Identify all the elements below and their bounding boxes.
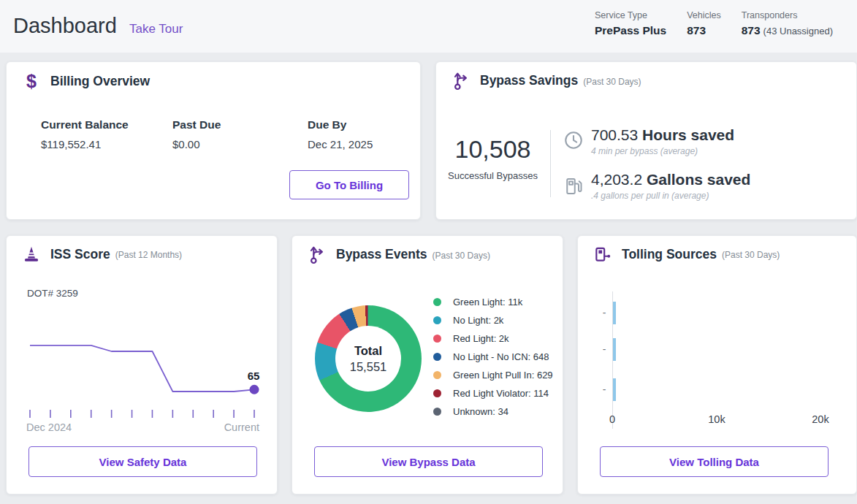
vertical-divider: [550, 130, 551, 197]
hours-saved-value: 700.53: [591, 126, 638, 143]
route-split-icon: [307, 245, 327, 264]
field-value: Dec 21, 2025: [308, 138, 373, 150]
stat-vehicles: Vehicles 873: [687, 10, 721, 37]
go-to-billing-button[interactable]: Go To Billing: [289, 170, 409, 199]
top-header: Dashboard Take Tour Service Type PrePass…: [0, 0, 857, 53]
legend-item[interactable]: Green Light: 11k: [433, 293, 553, 311]
bypass-legend: Green Light: 11k No Light: 2k Red Light:…: [433, 293, 553, 421]
dot-number-label: DOT# 3259: [27, 288, 78, 299]
page-title: Dashboard: [13, 14, 117, 38]
svg-text:Dec 2024: Dec 2024: [26, 421, 72, 433]
legend-item[interactable]: No Light - No ICN: 648: [433, 348, 553, 366]
events-card-header: Bypass Events (Past 30 Days): [307, 245, 490, 264]
stat-value: 873: [687, 24, 721, 37]
dollar-icon: $: [21, 71, 42, 92]
iss-card-header: ISS Score (Past 12 Months): [21, 245, 182, 264]
tolling-bar: [613, 302, 616, 324]
donut-total-value: 15,551: [350, 360, 386, 374]
legend-label: Red Light: 2k: [453, 333, 509, 344]
legend-label: Green Light: 11k: [453, 297, 522, 308]
iss-score-card: ISS Score (Past 12 Months) DOT# 3259 65D…: [6, 235, 278, 495]
donut-center: Total 15,551: [335, 326, 401, 392]
successful-bypasses-count: 10,508: [436, 135, 549, 164]
events-card-title: Bypass Events: [336, 247, 427, 262]
bypass-donut: Total 15,551: [315, 305, 422, 412]
legend-label: Green Light Pull In: 629: [453, 370, 553, 381]
take-tour-link[interactable]: Take Tour: [129, 22, 183, 37]
iss-card-period: (Past 12 Months): [115, 250, 182, 260]
tolling-bar: [613, 378, 616, 401]
stat-value-number: 873: [742, 24, 761, 37]
legend-dot: [433, 316, 441, 324]
billing-overview-card: $ Billing Overview Current Balance $119,…: [6, 61, 421, 220]
route-split-icon: [451, 71, 471, 91]
stat-value: PrePass Plus: [595, 24, 666, 37]
stat-service-type: Service Type PrePass Plus: [595, 10, 666, 37]
hours-saved-line: 700.53 Hours saved: [591, 126, 734, 144]
legend-item[interactable]: Unknown: 34: [433, 402, 553, 421]
legend-label: No Light: 2k: [453, 315, 503, 326]
field-label: Past Due: [172, 118, 221, 131]
traffic-cone-icon: [21, 245, 42, 264]
donut-total-label: Total: [354, 344, 382, 358]
bypass-savings-card: Bypass Savings (Past 30 Days) 10,508 Suc…: [435, 61, 857, 220]
stat-transponders: Transponders 873(43 Unassigned): [742, 10, 833, 37]
stat-label: Vehicles: [687, 10, 721, 20]
billing-past-due: Past Due $0.00: [172, 118, 221, 150]
legend-item[interactable]: Green Light Pull In: 629: [433, 366, 553, 384]
hours-saved-label: Hours saved: [642, 126, 734, 143]
legend-dot: [433, 408, 441, 416]
dashboard-page: Dashboard Take Tour Service Type PrePass…: [0, 0, 857, 504]
view-tolling-data-button[interactable]: View Tolling Data: [600, 446, 829, 477]
legend-dot: [433, 335, 441, 343]
field-value: $0.00: [172, 138, 221, 150]
legend-dot: [433, 389, 441, 397]
stat-value-suffix: (43 Unassigned): [763, 26, 833, 37]
x-axis-tick-label: 10k: [708, 413, 725, 425]
legend-label: Unknown: 34: [453, 406, 509, 417]
clock-icon: [563, 130, 584, 150]
stat-value: 873(43 Unassigned): [742, 24, 833, 37]
gallons-saved-value: 4,203.2: [591, 171, 642, 188]
gallons-saved-label: Gallons saved: [647, 171, 750, 188]
bar-category-label: -: [600, 307, 609, 318]
view-safety-data-button[interactable]: View Safety Data: [28, 446, 257, 477]
savings-card-header: Bypass Savings (Past 30 Days): [451, 71, 641, 91]
svg-text:Current: Current: [224, 421, 259, 433]
stat-label: Transponders: [742, 10, 833, 20]
legend-item[interactable]: No Light: 2k: [433, 311, 553, 329]
bar-category-label: -: [600, 383, 609, 395]
bar-category-label: -: [600, 343, 609, 355]
events-card-period: (Past 30 Days): [433, 251, 490, 261]
view-bypass-data-button[interactable]: View Bypass Data: [314, 446, 543, 477]
bypass-events-card: Bypass Events (Past 30 Days) Total 15,55…: [292, 235, 563, 495]
gallons-saved-note: .4 gallons per pull in (average): [591, 191, 709, 201]
legend-label: No Light - No ICN: 648: [453, 351, 549, 362]
tolling-bar: [613, 338, 616, 361]
legend-item[interactable]: Red Light: 2k: [433, 329, 553, 348]
legend-item[interactable]: Red Light Violator: 114: [433, 384, 553, 402]
iss-card-title: ISS Score: [50, 247, 110, 262]
billing-due-by: Due By Dec 21, 2025: [308, 118, 373, 150]
tolling-sources-card: Tolling Sources (Past 30 Days) - - - 0 1…: [577, 235, 857, 495]
svg-text:65: 65: [248, 370, 260, 382]
legend-dot: [433, 298, 441, 306]
legend-label: Red Light Violator: 114: [453, 388, 549, 399]
fuel-pump-icon: [563, 176, 584, 196]
header-stats: Service Type PrePass Plus Vehicles 873 T…: [595, 10, 833, 37]
billing-current-balance: Current Balance $119,552.41: [41, 118, 129, 150]
field-label: Current Balance: [41, 118, 129, 131]
hours-saved-note: 4 min per bypass (average): [591, 146, 698, 156]
gallons-saved-line: 4,203.2 Gallons saved: [591, 171, 750, 188]
legend-dot: [433, 371, 441, 379]
stat-label: Service Type: [595, 10, 666, 20]
billing-card-header: $ Billing Overview: [21, 71, 150, 92]
field-value: $119,552.41: [41, 138, 129, 150]
successful-bypasses-label: Successful Bypasses: [436, 170, 549, 181]
savings-card-period: (Past 30 Days): [583, 77, 641, 87]
savings-card-title: Bypass Savings: [480, 73, 578, 88]
x-axis-tick-label: 20k: [812, 413, 829, 425]
iss-chart: 65Dec 2024Current: [23, 329, 264, 435]
legend-dot: [433, 353, 441, 361]
field-label: Due By: [308, 118, 373, 131]
